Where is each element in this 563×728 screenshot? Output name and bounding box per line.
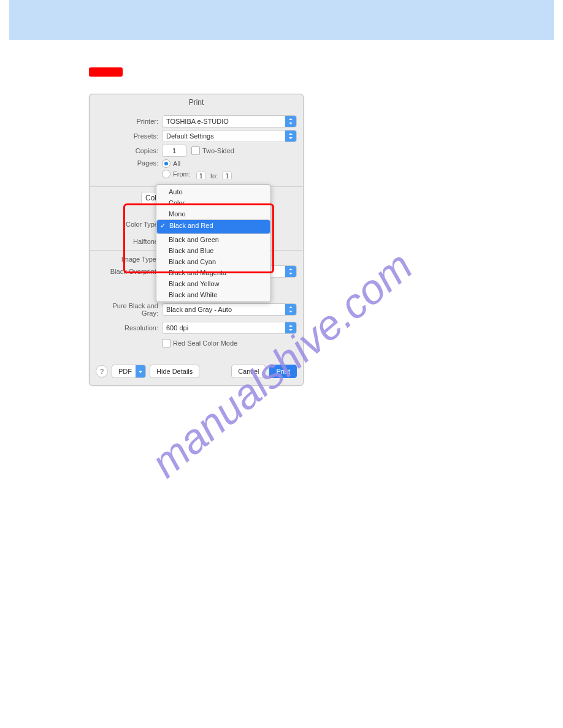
color-type-dropdown[interactable]: AutoColorMonoBlack and RedBlack and Gree…	[156, 184, 271, 302]
pdf-label: PDF	[118, 368, 132, 375]
dropdown-item[interactable]: Black and White	[156, 289, 270, 300]
presets-select[interactable]: Default Settings	[162, 130, 297, 142]
dropdown-item[interactable]: Black and Red	[156, 219, 270, 234]
pure-black-value: Black and Gray - Auto	[166, 306, 232, 313]
pdf-button[interactable]: PDF	[112, 365, 146, 378]
resolution-select[interactable]: 600 dpi	[162, 322, 297, 334]
dropdown-item[interactable]: Black and Blue	[156, 245, 270, 256]
pages-from-input[interactable]: 1	[196, 172, 206, 180]
hide-details-button[interactable]: Hide Details	[150, 365, 199, 378]
pages-group: All From: 1 to: 1	[162, 159, 232, 181]
dropdown-item[interactable]: Black and Magenta	[156, 267, 270, 278]
chevron-updown-icon	[285, 266, 296, 277]
checkbox-icon	[162, 339, 170, 347]
page-header-band	[9, 0, 554, 40]
dropdown-item[interactable]: Mono	[156, 208, 270, 219]
radio-on-icon	[162, 159, 170, 168]
pages-from-label: From:	[173, 170, 191, 178]
chevron-down-icon	[136, 365, 145, 377]
presets-label: Presets:	[96, 132, 162, 140]
two-sided-label: Two-Sided	[202, 147, 234, 154]
copies-input[interactable]: 1	[162, 145, 186, 157]
red-seal-label: Red Seal Color Mode	[173, 339, 237, 347]
pages-from-radio[interactable]: From:	[162, 170, 191, 178]
dialog-title: Print	[90, 94, 303, 109]
dropdown-item[interactable]: Color	[156, 197, 270, 208]
color-type-label: Color Type	[96, 221, 162, 228]
pages-all-label: All	[173, 160, 180, 167]
tip-badge	[89, 67, 123, 77]
radio-off-icon	[162, 170, 170, 178]
dropdown-item[interactable]: Auto	[156, 186, 270, 197]
chevron-updown-icon	[285, 131, 296, 142]
pure-black-select[interactable]: Black and Gray - Auto	[162, 303, 297, 316]
print-dialog: Print Printer: TOSHIBA e-STUDIO Presets:…	[89, 94, 304, 386]
black-overprint-label: Black Overprint:	[96, 268, 162, 275]
checkbox-icon	[191, 146, 200, 155]
pages-all-radio[interactable]: All	[162, 159, 180, 168]
copies-label: Copies:	[96, 147, 162, 154]
cancel-button[interactable]: Cancel	[231, 365, 266, 378]
chevron-updown-icon	[285, 322, 296, 333]
pure-black-label: Pure Black and Gray:	[96, 302, 162, 317]
pages-to-input[interactable]: 1	[222, 172, 232, 180]
print-button[interactable]: Print	[269, 365, 297, 378]
dropdown-item[interactable]: Black and Yellow	[156, 278, 270, 289]
pages-to-label: to:	[210, 172, 218, 180]
printer-select[interactable]: TOSHIBA e-STUDIO	[162, 115, 297, 127]
halftone-label: Halftone	[96, 238, 162, 245]
pages-label: Pages:	[96, 159, 162, 167]
printer-value: TOSHIBA e-STUDIO	[166, 118, 229, 125]
chevron-updown-icon	[285, 304, 296, 315]
red-seal-checkbox[interactable]: Red Seal Color Mode	[162, 339, 237, 347]
help-button[interactable]: ?	[96, 365, 108, 377]
dropdown-item[interactable]: Black and Cyan	[156, 256, 270, 267]
resolution-label: Resolution:	[96, 324, 162, 332]
presets-value: Default Settings	[166, 132, 214, 140]
chevron-updown-icon	[285, 116, 296, 127]
two-sided-checkbox[interactable]: Two-Sided	[191, 146, 234, 155]
resolution-value: 600 dpi	[166, 324, 188, 332]
dropdown-item[interactable]: Black and Green	[156, 234, 270, 245]
printer-label: Printer:	[96, 118, 162, 125]
image-type-label: Image Type:	[96, 256, 162, 263]
